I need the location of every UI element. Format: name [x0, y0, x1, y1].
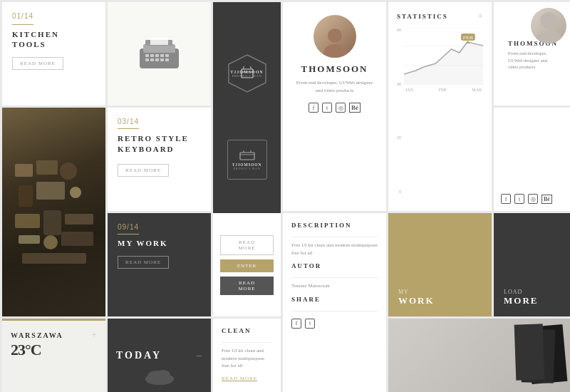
share-social-row: f t: [291, 319, 315, 329]
svg-rect-4: [150, 54, 154, 57]
svg-rect-45: [15, 214, 40, 228]
cloud-area: [142, 363, 177, 388]
card-statistics: STATISTICS + 60 40 20 0: [388, 2, 492, 211]
svg-rect-48: [19, 235, 40, 244]
kitchen-read-more[interactable]: READ MORE: [12, 57, 63, 70]
instagram-icon-2[interactable]: ◎: [528, 194, 538, 204]
card-description: DESCRIPTION Free UI kit clean and modern…: [283, 213, 386, 392]
autor-label: AUTOR: [291, 262, 321, 269]
warszawa-temp: 23°C: [11, 341, 41, 359]
kitchen-title: KITCHEN TOOLS: [12, 29, 95, 50]
svg-point-49: [43, 235, 58, 249]
card-mywork-dark: 09/14 MY WORK READ MORE: [108, 213, 211, 316]
card-loadmore: LOAD MORE: [494, 213, 570, 316]
y-20: 20: [397, 135, 401, 140]
facebook-icon-2[interactable]: f: [501, 194, 511, 204]
twitter-icon[interactable]: t: [322, 103, 332, 113]
cloud-icon-svg: [142, 363, 177, 385]
loadmore-sub: LOAD: [504, 289, 522, 295]
retro-title: RETRO STYLE KEYBOARD: [118, 133, 201, 155]
svg-rect-3: [145, 54, 149, 57]
svg-rect-40: [36, 160, 58, 175]
twitter-icon-2[interactable]: t: [514, 194, 524, 204]
svg-point-41: [60, 163, 77, 180]
x-feb: FEB: [439, 88, 447, 92]
y-40: 40: [397, 82, 401, 86]
loadmore-title: MORE: [504, 295, 538, 306]
clean-text: Free UI kit clean and modern multipurpos…: [222, 347, 272, 370]
share-twitter-icon[interactable]: t: [305, 319, 315, 329]
today-minus[interactable]: −: [196, 350, 202, 363]
profile-left-desc: Front-end developer, UI/Web designer and…: [294, 79, 375, 94]
today-title: TODAY: [116, 350, 162, 361]
mywork-read-more[interactable]: READ MORE: [118, 256, 169, 269]
mywork-gold-sub: MY: [398, 289, 409, 295]
svg-marker-36: [466, 41, 471, 43]
instagram-icon[interactable]: ◎: [336, 103, 346, 113]
logo-1-text: TJJOMSOON PRODUCT MAN: [230, 70, 263, 78]
facebook-icon[interactable]: f: [309, 103, 318, 113]
autor-name: Tomasz Marszczak: [291, 282, 330, 290]
card-warszawa: WARSZAWA + 23°C: [2, 319, 105, 392]
svg-point-28: [323, 44, 346, 58]
card-retro: 03/14 RETRO STYLE KEYBOARD READ MORE: [108, 108, 211, 211]
stats-chart-container: 60 40 20 0 FEB: [397, 28, 483, 202]
y-axis: 60 40 20 0: [397, 28, 404, 202]
card-clean: CLEAN Free UI kit clean and modern multi…: [213, 319, 281, 392]
x-axis: JAN FEB MAR: [404, 88, 483, 92]
svg-rect-9: [150, 58, 154, 61]
mywork-gold-title: WORK: [398, 295, 435, 306]
share-facebook-icon[interactable]: f: [291, 319, 301, 329]
paper-shape-2: [514, 324, 545, 380]
retro-read-more[interactable]: READ MORE: [118, 164, 169, 177]
svg-rect-50: [61, 232, 93, 246]
x-jan: JAN: [405, 88, 413, 92]
desc-label: DESCRIPTION: [291, 222, 352, 229]
svg-rect-5: [155, 54, 159, 57]
clean-title: CLEAN: [222, 327, 252, 334]
svg-rect-6: [160, 54, 164, 57]
stationery-content: [388, 319, 570, 392]
share-label: SHARE: [291, 296, 321, 303]
svg-rect-12: [165, 58, 169, 61]
card-mywork-gold: MY WORK: [388, 213, 492, 316]
main-grid: 01/14 KITCHEN TOOLS READ MORE: [0, 0, 570, 392]
svg-rect-8: [145, 58, 149, 61]
logo-2-icon-svg: [239, 148, 256, 161]
svg-rect-11: [160, 58, 164, 61]
svg-rect-47: [65, 214, 93, 225]
today-header: TODAY −: [116, 350, 202, 363]
profile-left-name: THOMSOON: [301, 63, 368, 75]
svg-rect-10: [155, 58, 159, 61]
card-kitchen: 01/14 KITCHEN TOOLS READ MORE: [2, 2, 105, 105]
behance-icon[interactable]: Bé: [349, 103, 361, 113]
logo-2: TJJOMSOON PRODUCT MAN: [227, 140, 267, 180]
button-read-more-1[interactable]: READ MORE: [220, 235, 274, 255]
clean-read-more[interactable]: READ MORE: [222, 376, 257, 381]
behance-icon-2[interactable]: Bé: [542, 195, 552, 204]
warszawa-plus[interactable]: +: [91, 329, 97, 341]
button-enter[interactable]: ENTER: [220, 259, 274, 272]
stats-plus[interactable]: +: [477, 11, 483, 22]
svg-point-44: [70, 187, 81, 198]
profile-right-avatar: [531, 8, 566, 43]
temp-value: 23°C: [11, 341, 41, 359]
profile-right-social-row: f t ◎ Bé: [501, 194, 552, 204]
y-60: 60: [397, 28, 401, 32]
stats-header: STATISTICS +: [397, 11, 483, 22]
profile-left-avatar: [314, 15, 356, 58]
svg-rect-43: [36, 182, 65, 200]
y-0: 0: [399, 190, 401, 194]
logo-1: TJJOMSOON PRODUCT MAN: [227, 53, 267, 93]
svg-text:FEB: FEB: [463, 34, 473, 41]
warszawa-title: WARSZAWA: [11, 331, 63, 339]
profile-right-desc: Front-end developer, UI/Web designer and…: [508, 50, 558, 71]
card-profile-right-social: f t ◎ Bé: [494, 108, 570, 211]
kitchen-number: 01/14: [12, 12, 33, 20]
card-items-photo: [2, 108, 105, 316]
card-buttons: READ MORE ENTER READ MORE: [213, 213, 281, 316]
items-photo-bg: [2, 108, 105, 316]
card-profile-left: THOMSOON Front-end developer, UI/Web des…: [283, 2, 386, 211]
button-read-more-2[interactable]: READ MORE: [220, 277, 274, 295]
svg-marker-33: [404, 42, 483, 85]
